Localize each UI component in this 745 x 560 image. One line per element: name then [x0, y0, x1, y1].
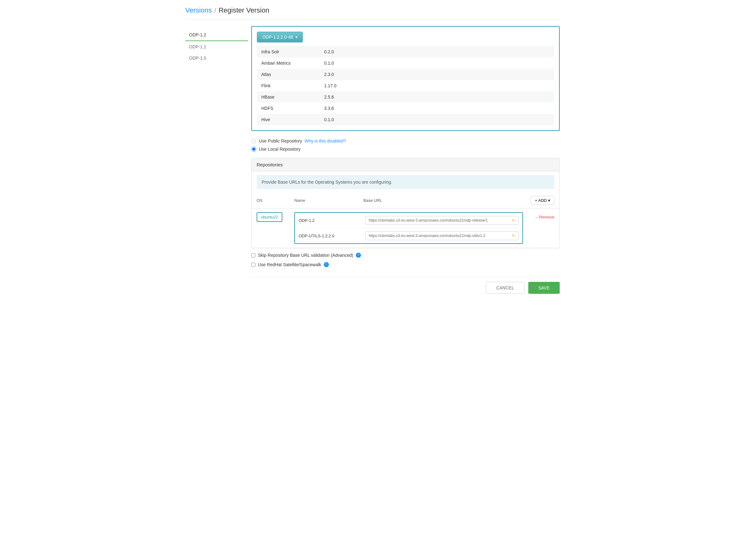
- version-table: Infra Solr0.2.0Ambari Metrics0.1.0Atlas2…: [257, 46, 554, 125]
- col-os-header: OS: [257, 198, 294, 203]
- refresh-icon-2[interactable]: ↻: [512, 234, 515, 238]
- table-row: Atlas2.3.0: [257, 69, 554, 80]
- use-redhat-help-icon[interactable]: ?: [324, 262, 329, 267]
- version-dropdown-button[interactable]: ODP-1.2.2.0-46 ▾: [257, 32, 303, 42]
- refresh-icon-1[interactable]: ↻: [512, 218, 515, 222]
- repos-inner: ODP-1.2 https://clemlabs.s3.eu-west-3.am…: [294, 212, 523, 244]
- use-redhat-label: Use RedHat Satellite/Spacewalk: [258, 262, 321, 267]
- repo-url-field-1[interactable]: https://clemlabs.s3.eu-west-3.amazonaws.…: [365, 216, 519, 225]
- version-name-cell: Hive: [257, 114, 320, 125]
- footer-actions: CANCEL SAVE: [251, 277, 560, 294]
- table-row: Hive0.1.0: [257, 114, 554, 125]
- version-dropdown-arrow-icon: ▾: [296, 35, 297, 39]
- breadcrumb-current: Register Version: [219, 6, 269, 14]
- use-local-radio[interactable]: [251, 147, 256, 152]
- breadcrumb: Versions / Register Version: [185, 6, 560, 20]
- save-button[interactable]: SAVE: [528, 282, 560, 294]
- remove-minus-icon: –: [536, 215, 538, 219]
- table-row: HBase2.5.6: [257, 91, 554, 103]
- cancel-button[interactable]: CANCEL: [486, 282, 524, 294]
- add-button[interactable]: + ADD ▾: [531, 196, 554, 205]
- repositories-box: Repositories Provide Base URLs for the O…: [251, 158, 560, 248]
- version-value-cell: 1.17.0: [320, 80, 554, 91]
- repo-entry-1: ODP-1.2 https://clemlabs.s3.eu-west-3.am…: [295, 213, 522, 228]
- col-name-header: Name: [294, 198, 363, 203]
- content-area: ODP-1.2 ODP-1.1 ODP-1.0 ODP-1.2.2.0-46 ▾…: [185, 26, 560, 294]
- sidebar-item-odp-1.1[interactable]: ODP-1.1: [185, 41, 248, 53]
- remove-cell: – Remove: [523, 212, 554, 219]
- repo-entry-2: ODP-UTILS-1.2.2.0 https://clemlabs.s3.eu…: [295, 228, 522, 243]
- repo-url-field-2[interactable]: https://clemlabs.s3.eu-west-3.amazonaws.…: [365, 231, 519, 240]
- repo-url-text-1: https://clemlabs.s3.eu-west-3.amazonaws.…: [369, 218, 510, 222]
- remove-button[interactable]: – Remove: [536, 215, 554, 219]
- use-public-radio-row: Use Public Repository Why is this disabl…: [251, 138, 560, 143]
- table-row: Infra Solr0.2.0: [257, 46, 554, 58]
- use-public-label: Use Public Repository: [259, 138, 302, 143]
- skip-validation-help-icon[interactable]: ?: [356, 253, 361, 258]
- version-value-cell: 2.3.0: [320, 69, 554, 80]
- page-container: Versions / Register Version ODP-1.2 ODP-…: [178, 0, 567, 300]
- table-header: OS Name Base URL + ADD ▾: [252, 193, 559, 208]
- version-value-cell: 0.1.0: [320, 58, 554, 69]
- repo-row-container: ubuntu22 ODP-1.2 https://clemlabs.s3.eu-…: [252, 208, 559, 248]
- use-public-radio[interactable]: [251, 138, 256, 143]
- radio-group: Use Public Repository Why is this disabl…: [251, 138, 560, 152]
- version-name-cell: HBase: [257, 91, 320, 103]
- sidebar: ODP-1.2 ODP-1.1 ODP-1.0: [185, 26, 248, 294]
- remove-label: Remove: [539, 215, 554, 219]
- breadcrumb-versions-link[interactable]: Versions: [185, 6, 212, 14]
- repo-section: Use Public Repository Why is this disabl…: [251, 138, 560, 294]
- sidebar-item-odp-1.0[interactable]: ODP-1.0: [185, 53, 248, 64]
- table-row: Ambari Metrics0.1.0: [257, 58, 554, 69]
- use-local-radio-row: Use Local Repository: [251, 147, 560, 152]
- repositories-info-banner: Provide Base URLs for the Operating Syst…: [257, 175, 554, 189]
- version-value-cell: 0.1.0: [320, 114, 554, 125]
- version-name-cell: Flink: [257, 80, 320, 91]
- col-url-header: Base URL: [363, 198, 531, 203]
- os-cell: ubuntu22: [257, 212, 294, 222]
- version-selector-area: ODP-1.2.2.0-46 ▾ Infra Solr0.2.0Ambari M…: [251, 26, 560, 131]
- version-name-cell: HDFS: [257, 103, 320, 114]
- main-content: ODP-1.2.2.0-46 ▾ Infra Solr0.2.0Ambari M…: [248, 26, 560, 294]
- breadcrumb-separator: /: [214, 7, 216, 14]
- repo-name-1: ODP-1.2: [299, 218, 361, 223]
- why-disabled-link[interactable]: Why is this disabled?: [305, 138, 346, 143]
- repositories-header: Repositories: [252, 158, 559, 171]
- repo-row: ubuntu22 ODP-1.2 https://clemlabs.s3.eu-…: [257, 212, 554, 244]
- repo-name-2: ODP-UTILS-1.2.2.0: [299, 234, 361, 238]
- add-button-label: + ADD: [535, 198, 547, 203]
- table-row: Flink1.17.0: [257, 80, 554, 91]
- version-name-cell: Infra Solr: [257, 46, 320, 58]
- use-local-label: Use Local Repository: [259, 147, 300, 152]
- os-badge[interactable]: ubuntu22: [257, 212, 282, 222]
- skip-validation-row: Skip Repository Base URL validation (Adv…: [251, 253, 560, 258]
- version-value-cell: 2.5.6: [320, 91, 554, 103]
- repo-url-text-2: https://clemlabs.s3.eu-west-3.amazonaws.…: [369, 234, 510, 238]
- table-row: HDFS3.3.6: [257, 103, 554, 114]
- add-dropdown-arrow-icon: ▾: [548, 198, 550, 203]
- version-name-cell: Ambari Metrics: [257, 58, 320, 69]
- version-value-cell: 0.2.0: [320, 46, 554, 58]
- use-redhat-row: Use RedHat Satellite/Spacewalk ?: [251, 262, 560, 267]
- version-name-cell: Atlas: [257, 69, 320, 80]
- version-value-cell: 3.3.6: [320, 103, 554, 114]
- skip-validation-checkbox[interactable]: [251, 253, 255, 257]
- sidebar-item-odp-1.2[interactable]: ODP-1.2: [185, 29, 248, 41]
- version-dropdown-label: ODP-1.2.2.0-46: [262, 35, 293, 40]
- use-redhat-checkbox[interactable]: [251, 263, 255, 267]
- skip-validation-label: Skip Repository Base URL validation (Adv…: [258, 253, 353, 258]
